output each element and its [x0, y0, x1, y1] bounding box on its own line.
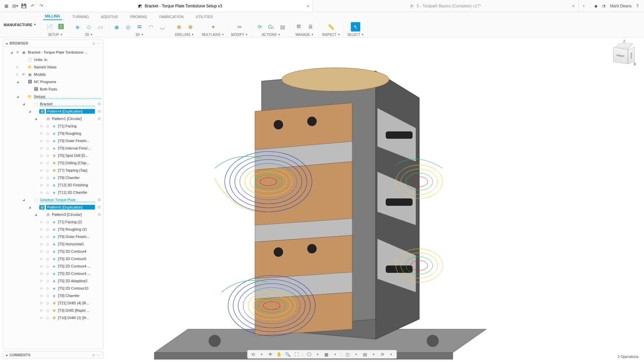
tree-op[interactable]: ▷◇◈[T9] Outer Finishi...	[3, 233, 103, 240]
tree-op[interactable]: ▷◇◈[T8] Chamfer	[3, 174, 103, 181]
machine-library-icon[interactable]: 🖥	[306, 22, 315, 32]
tree-nc-programs[interactable]: ◢🅶NC Programs	[3, 78, 103, 85]
collapse-icon[interactable]: ◂	[6, 42, 8, 45]
contour-icon[interactable]: ◠	[146, 22, 156, 32]
comments-panel[interactable]: ◂ COMMENTS ◘ ⋯	[3, 351, 103, 359]
caret-down-icon[interactable]: ▼	[311, 33, 314, 36]
new-tab-button[interactable]: +	[579, 0, 589, 12]
browser-tree[interactable]: ◢👁▣Bracket - Torque Plate Tombstone ... …	[3, 47, 103, 349]
face-icon[interactable]: ▭	[96, 22, 105, 32]
tree-op[interactable]: ▷◇⊕[T3] Drill5 [Rapid ...	[3, 307, 103, 314]
ramp-icon[interactable]: ◡	[158, 22, 167, 32]
caret-down-icon[interactable]: ▼	[361, 33, 364, 36]
close-icon[interactable]: ×	[572, 3, 575, 9]
ribbon-tab-milling[interactable]: MILLING	[43, 13, 62, 20]
viewcube-right[interactable]: RIGHT	[628, 47, 635, 64]
trim-icon[interactable]: ✂	[235, 22, 244, 32]
browser-header[interactable]: ◂ BROWSER ◘ ⋯	[3, 40, 103, 47]
display-icon[interactable]: 🖵	[306, 351, 312, 358]
ribbon-tab-utilities[interactable]: UTILITIES	[194, 13, 215, 20]
caret-down-icon[interactable]: ▼	[221, 33, 224, 36]
tree-pattern5[interactable]: ◢⊞Pattern5 [Duplication]	[3, 203, 103, 211]
refresh-icon[interactable]: ⟳	[379, 351, 386, 358]
caret-down-icon[interactable]: ▼	[337, 33, 340, 36]
caret-down-icon[interactable]: ▼	[141, 33, 144, 36]
pin-icon[interactable]: ◘	[93, 353, 95, 357]
help-icon[interactable]: ?	[636, 4, 639, 8]
tree-bracket[interactable]: ◢⬚Bracket	[3, 100, 103, 108]
caret-down-icon[interactable]: ▼	[60, 33, 63, 36]
look-icon[interactable]: 👁	[267, 351, 274, 358]
tree-op[interactable]: ▷◇◈[T9] Roughing	[3, 130, 103, 137]
options-icon[interactable]: ⋯	[97, 42, 101, 45]
caret-down-icon[interactable]: ▼	[258, 351, 265, 358]
tree-op[interactable]: ▷◇◈[T11] 3D Chamfer	[3, 189, 103, 196]
caret-down-icon[interactable]: ▼	[278, 33, 280, 36]
tree-gearbox[interactable]: ◢⬚Gearbox Torque Plate	[3, 196, 103, 203]
tree-named-views[interactable]: ▷📁Named Views	[3, 63, 103, 71]
tree-op[interactable]: ▷◇◈[T1] Facing (2)	[3, 218, 103, 226]
tree-pattern3[interactable]: ◢⊞Pattern3 [Circular]	[3, 211, 103, 218]
caret-down-icon[interactable]: ▼	[192, 33, 194, 36]
ribbon-tab-fabrication[interactable]: FABRICATION	[157, 13, 186, 20]
3d-pocket-icon[interactable]: ◎	[123, 22, 133, 32]
extensions-icon[interactable]: ◆	[594, 4, 597, 8]
tree-op[interactable]: ▷◇◈[T1] Facing	[3, 122, 103, 130]
file-menu-icon[interactable]: ▤▾	[12, 3, 18, 9]
caret-down-icon[interactable]: ▼	[90, 33, 93, 36]
zoom-icon[interactable]: 🔍	[284, 351, 291, 358]
notifications-icon[interactable]: ◔	[602, 4, 605, 8]
tree-pattern1[interactable]: ◢⊞Pattern1 [Circular]	[3, 115, 103, 122]
tree-op[interactable]: ▷◇⊕[T10] Drill5 (2) [R...	[3, 314, 103, 321]
layout-icon[interactable]: ▤	[362, 351, 368, 358]
workspace-switcher[interactable]: MANUFACTURE ▼	[0, 12, 40, 37]
tree-op[interactable]: ▷◇◈[T9] Roughing (2)	[3, 226, 103, 233]
tool-library-icon[interactable]: 🛠	[294, 22, 304, 32]
setup-sheet-icon[interactable]: ▤	[278, 22, 287, 32]
tree-op[interactable]: ▷◇⊕[T5] Drilling [Chip...	[3, 159, 103, 167]
tree-op[interactable]: ▷◇⊕[T7] Tapping [Tap]	[3, 167, 103, 174]
collapse-icon[interactable]: ◂	[6, 353, 8, 357]
pin-icon[interactable]: ◘	[93, 42, 95, 45]
hole-icon[interactable]: ⊗	[185, 22, 195, 32]
tree-units[interactable]: 📄Units: in	[3, 56, 103, 63]
tree-models[interactable]: ▷👁▣Models	[3, 71, 103, 78]
setup-icon[interactable]: 📄	[45, 22, 54, 32]
caret-down-icon[interactable]: ▼	[388, 351, 394, 358]
grid-icon[interactable]: ▦	[323, 351, 330, 358]
options-icon[interactable]: ⋯	[97, 353, 101, 357]
view-cube[interactable]: FRONT RIGHT Z X	[611, 42, 635, 65]
caret-down-icon[interactable]: ▼	[370, 351, 377, 358]
viewport-icon[interactable]: ◫	[344, 351, 351, 358]
tree-op[interactable]: ▷◇◈[T5] 2D Contour4 ...	[3, 262, 103, 270]
drill-icon[interactable]: ⊕	[174, 22, 183, 32]
pan-icon[interactable]: ✋	[276, 351, 282, 358]
app-menu-icon[interactable]: ▦	[3, 3, 9, 9]
tree-both-parts[interactable]: 🅶Both Parts	[3, 85, 103, 93]
redo-icon[interactable]: ↷	[38, 3, 44, 9]
ribbon-tab-additive[interactable]: ADDITIVE	[99, 13, 120, 20]
tab-inactive[interactable]: ◩ 5 - Toolpath Basics (Complete) v17* ×	[313, 0, 578, 12]
tab-active[interactable]: ◩ Bracket - Torque Plate Tombstone Setup…	[48, 0, 313, 12]
caret-down-icon[interactable]: ▼	[245, 33, 248, 36]
tree-pattern4[interactable]: ◢⊞Pattern4 [Duplication]	[3, 108, 103, 115]
tree-op[interactable]: ▷◇◈[T5] Horizontal1	[3, 240, 103, 248]
tree-op[interactable]: ▷◇⊕[T6] Spot Drill [D...	[3, 152, 103, 159]
tree-op[interactable]: ▷◇◈[T9] Internal Finis!...	[3, 144, 103, 152]
ribbon-tab-turning[interactable]: TURNING	[70, 13, 91, 20]
2d-adaptive-icon[interactable]: ◈	[73, 22, 82, 32]
parallel-icon[interactable]: 〓	[135, 22, 144, 32]
generate-icon[interactable]: ⟳	[255, 22, 264, 32]
user-name[interactable]: Marti Deans	[610, 4, 632, 8]
viewcube-front[interactable]: FRONT	[613, 47, 628, 64]
tree-op[interactable]: ▷◇◈[T5] 2D Contour5	[3, 255, 103, 262]
caret-down-icon[interactable]: ▼	[314, 351, 321, 358]
close-icon[interactable]: ×	[307, 3, 309, 9]
tree-op[interactable]: ▷◇◈[T5] 2D Contour4 ...	[3, 270, 103, 277]
measure-icon[interactable]: 📏	[326, 22, 336, 32]
3d-adaptive-icon[interactable]: ◉	[112, 22, 121, 32]
tree-root[interactable]: ◢👁▣Bracket - Torque Plate Tombstone ...	[3, 49, 103, 56]
tree-op[interactable]: ▷◇◈[T9] Outer Finishi...	[3, 137, 103, 144]
nc-program-icon[interactable]: 🅶	[56, 22, 66, 32]
caret-down-icon[interactable]: ▼	[353, 351, 360, 358]
